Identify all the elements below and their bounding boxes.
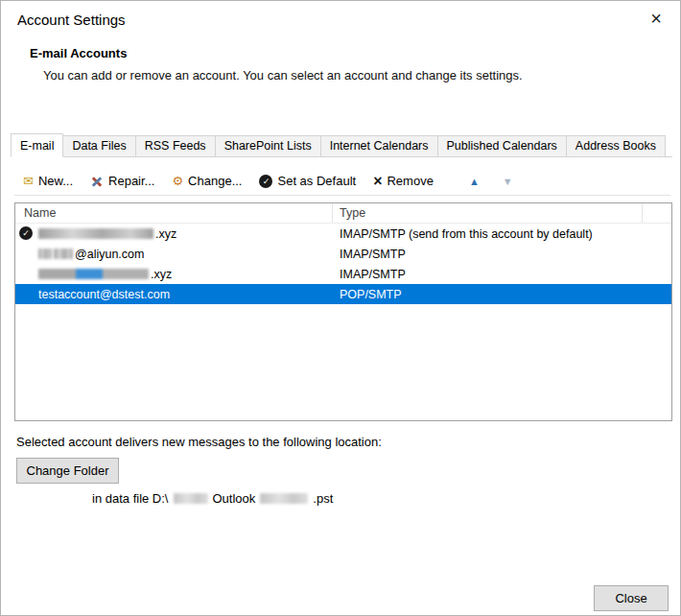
up-arrow-icon: ▲ xyxy=(469,176,480,187)
change-folder-button[interactable]: Change Folder xyxy=(16,458,119,484)
remove-x-icon: × xyxy=(373,175,382,188)
redacted-path-segment xyxy=(260,493,308,504)
default-account-check-icon: ✓ xyxy=(19,226,33,240)
tab-internet-calendars[interactable]: Internet Calendars xyxy=(320,135,438,156)
set-as-default-button[interactable]: ✓ Set as Default xyxy=(256,172,359,190)
account-name-suffix: .xyz xyxy=(151,268,172,281)
redacted-account-name xyxy=(54,249,73,259)
redacted-account-name xyxy=(38,228,153,239)
tab-rss-feeds[interactable]: RSS Feeds xyxy=(135,135,216,156)
account-name-cell: .xyz xyxy=(15,264,333,284)
accounts-table: Name Type ✓ .xyz IMAP/SMTP (send from th… xyxy=(14,202,672,421)
section-description: You can add or remove an account. You ca… xyxy=(43,68,523,83)
data-file-suffix: .pst xyxy=(313,491,333,506)
column-header-type[interactable]: Type xyxy=(333,203,643,223)
down-arrow-icon: ▼ xyxy=(503,176,513,187)
account-type: IMAP/SMTP xyxy=(333,248,671,261)
account-type: IMAP/SMTP xyxy=(333,268,671,281)
data-file-path: in data file D:\ Outlook .pst xyxy=(92,491,333,506)
redacted-account-name xyxy=(38,249,52,259)
tab-data-files[interactable]: Data Files xyxy=(62,135,135,156)
window-title: Account Settings xyxy=(17,12,126,28)
data-file-mid: Outlook xyxy=(213,491,256,506)
new-button-label: New... xyxy=(38,174,73,188)
set-default-button-label: Set as Default xyxy=(277,174,356,188)
account-type: POP/SMTP xyxy=(333,288,671,301)
account-name-suffix: .xyz xyxy=(155,227,176,241)
account-row[interactable]: .xyz IMAP/SMTP xyxy=(15,264,671,284)
account-name-suffix: @aliyun.com xyxy=(75,248,144,261)
account-name-cell: testaccount@dstest.com xyxy=(15,284,333,304)
account-type: IMAP/SMTP (send from this account by def… xyxy=(333,227,671,241)
change-button-label: Change... xyxy=(188,174,242,188)
column-header-name[interactable]: Name xyxy=(15,203,333,223)
tab-published-calendars[interactable]: Published Calendars xyxy=(437,135,567,156)
account-row-selected[interactable]: testaccount@dstest.com POP/SMTP xyxy=(15,284,671,304)
account-row[interactable]: ✓ .xyz IMAP/SMTP (send from this account… xyxy=(15,224,671,244)
data-file-prefix: in data file D:\ xyxy=(92,491,169,506)
account-name: testaccount@dstest.com xyxy=(38,288,170,301)
account-row[interactable]: @aliyun.com IMAP/SMTP xyxy=(15,244,671,264)
account-name-cell: @aliyun.com xyxy=(15,244,333,264)
remove-button-label: Remove xyxy=(387,174,433,188)
change-button[interactable]: ⚙ Change... xyxy=(169,172,245,190)
delivery-location-note: Selected account delivers new messages t… xyxy=(16,435,382,449)
close-button[interactable]: Close xyxy=(594,585,669,611)
account-name-cell: ✓ .xyz xyxy=(15,224,333,244)
accounts-toolbar: ✉ New... Repair... ⚙ Change... ✓ Set as … xyxy=(14,170,670,196)
repair-tools-icon xyxy=(90,175,104,188)
redacted-path-segment xyxy=(174,493,208,504)
redacted-account-name xyxy=(38,269,149,279)
tab-address-books[interactable]: Address Books xyxy=(566,135,666,156)
table-header: Name Type xyxy=(15,203,671,224)
new-account-button[interactable]: ✉ New... xyxy=(20,172,76,190)
move-up-button[interactable]: ▲ xyxy=(463,174,485,189)
gear-icon: ⚙ xyxy=(172,174,183,188)
tab-sharepoint-lists[interactable]: SharePoint Lists xyxy=(215,135,321,156)
repair-button[interactable]: Repair... xyxy=(87,172,157,190)
envelope-icon: ✉ xyxy=(23,174,34,188)
default-check-icon: ✓ xyxy=(259,175,272,188)
tab-email[interactable]: E-mail xyxy=(11,133,63,157)
move-down-button[interactable]: ▼ xyxy=(497,174,519,189)
section-title: E-mail Accounts xyxy=(30,46,127,60)
remove-button[interactable]: × Remove xyxy=(370,172,436,190)
close-icon[interactable]: × xyxy=(645,7,668,30)
account-settings-dialog: Account Settings × E-mail Accounts You c… xyxy=(0,0,681,616)
repair-button-label: Repair... xyxy=(108,174,154,188)
tab-bar: E-mail Data Files RSS Feeds SharePoint L… xyxy=(11,133,672,157)
